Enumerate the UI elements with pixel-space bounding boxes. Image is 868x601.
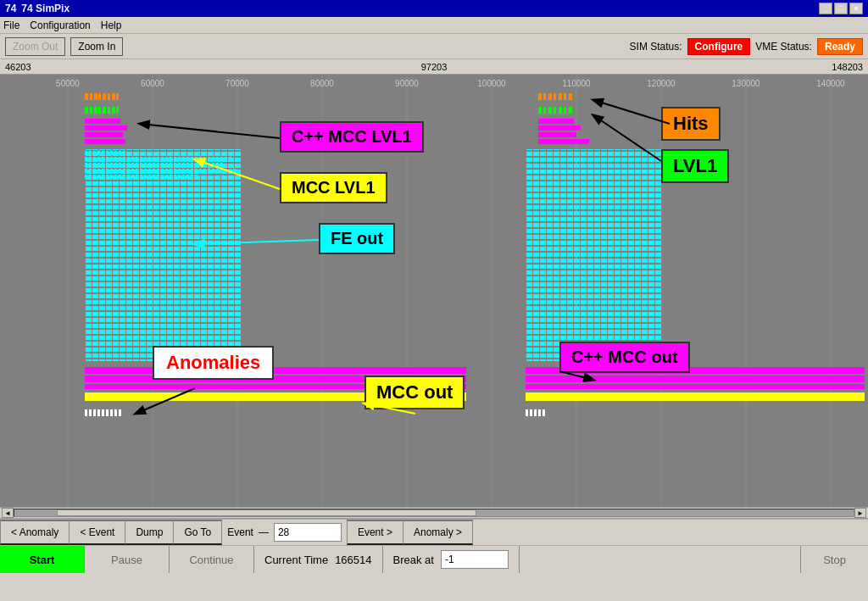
svg-rect-22 — [90, 93, 92, 100]
event-input[interactable] — [274, 523, 342, 542]
svg-rect-187 — [85, 367, 466, 374]
time-ruler-header: 46203 97203 148203 — [0, 59, 868, 75]
anomalies-label: Anomalies — [153, 346, 274, 380]
pause-button[interactable]: Pause — [85, 546, 170, 573]
scrollbar-track[interactable] — [14, 509, 854, 517]
menubar: File Configuration Help — [0, 17, 868, 34]
svg-rect-26 — [108, 93, 110, 100]
svg-rect-196 — [89, 409, 92, 416]
svg-rect-215 — [569, 93, 572, 100]
current-time-label: Current Time — [264, 554, 328, 566]
svg-rect-37 — [85, 119, 120, 124]
maximize-button[interactable]: □ — [834, 3, 848, 14]
menu-configuration[interactable]: Configuration — [30, 19, 90, 31]
configure-status-box[interactable]: Configure — [687, 38, 751, 55]
svg-text:140000: 140000 — [816, 79, 845, 88]
svg-rect-225 — [538, 132, 576, 137]
close-button[interactable]: × — [849, 3, 863, 14]
main-canvas: 50000 60000 70000 80000 90000 100000 110… — [0, 75, 868, 507]
vme-status-label: VME Status: — [755, 41, 812, 53]
zoom-out-button[interactable]: Zoom Out — [5, 37, 65, 56]
ruler-center: 97203 — [421, 62, 448, 72]
svg-rect-205 — [530, 409, 532, 416]
anomaly-prev-button[interactable]: < Anomaly — [0, 520, 70, 545]
svg-rect-28 — [116, 93, 119, 100]
app-title: 74 SimPix — [21, 3, 70, 14]
svg-rect-226 — [538, 139, 589, 144]
svg-rect-40 — [85, 139, 125, 144]
svg-rect-33 — [103, 107, 106, 114]
hits-label: Hits — [661, 107, 721, 141]
svg-text:80000: 80000 — [310, 79, 334, 88]
svg-text:90000: 90000 — [395, 79, 419, 88]
svg-text:60000: 60000 — [141, 79, 164, 88]
toolbar: Zoom Out Zoom In SIM Status: Configure V… — [0, 34, 868, 59]
menu-help[interactable]: Help — [101, 19, 122, 31]
break-at-input[interactable] — [441, 550, 509, 569]
current-time-value: 166514 — [335, 554, 371, 566]
svg-rect-203 — [119, 409, 121, 416]
ready-status-box: Ready — [817, 38, 863, 55]
svg-rect-213 — [559, 93, 562, 100]
svg-rect-29 — [85, 107, 88, 114]
anomalies-area — [85, 409, 121, 416]
start-button[interactable]: Start — [0, 546, 85, 573]
svg-rect-218 — [548, 107, 552, 114]
svg-rect-23 — [94, 93, 97, 100]
cpp-mcc-out-label: C++ MCC out — [559, 342, 690, 373]
svg-rect-204 — [526, 409, 528, 416]
svg-rect-219 — [554, 107, 556, 114]
break-at-section: Break at — [383, 546, 520, 573]
scroll-left-button[interactable]: ◄ — [2, 508, 14, 518]
current-time-section: Current Time 166514 — [254, 546, 383, 573]
svg-rect-38 — [85, 125, 127, 131]
lvl1-label: LVL1 — [661, 149, 729, 183]
svg-rect-200 — [106, 409, 108, 416]
event-next-button[interactable]: Event > — [347, 520, 403, 545]
svg-rect-186 — [526, 149, 661, 361]
svg-rect-31 — [94, 107, 97, 114]
svg-rect-24 — [98, 93, 101, 100]
svg-text:50000: 50000 — [56, 79, 80, 88]
svg-rect-35 — [112, 107, 115, 114]
ruler-left: 46203 — [5, 62, 31, 72]
svg-rect-214 — [564, 93, 566, 100]
svg-rect-222 — [569, 107, 572, 114]
svg-rect-208 — [542, 409, 545, 416]
fe-out-label: FE out — [319, 223, 395, 254]
svg-rect-195 — [85, 409, 87, 416]
svg-rect-199 — [102, 409, 104, 416]
canvas-svg: 50000 60000 70000 80000 90000 100000 110… — [0, 75, 868, 507]
svg-rect-202 — [114, 409, 117, 416]
event-separator: — — [259, 526, 269, 538]
scrollbar-thumb[interactable] — [57, 509, 476, 516]
svg-rect-210 — [543, 93, 546, 100]
cpp-mcc-lvl1-label: C++ MCC LVL1 — [280, 121, 424, 153]
ruler-right: 148203 — [832, 62, 863, 72]
scroll-right-button[interactable]: ► — [854, 508, 866, 518]
svg-rect-30 — [90, 107, 92, 114]
svg-text:100000: 100000 — [477, 79, 506, 88]
svg-rect-201 — [110, 409, 113, 416]
continue-button[interactable]: Continue — [170, 546, 254, 573]
anomaly-next-button[interactable]: Anomaly > — [403, 520, 473, 545]
dump-button[interactable]: Dump — [125, 520, 174, 545]
svg-rect-25 — [103, 93, 106, 100]
event-prev-button[interactable]: < Event — [70, 520, 125, 545]
zoom-in-button[interactable]: Zoom In — [70, 37, 123, 56]
menu-file[interactable]: File — [3, 19, 19, 31]
stop-button[interactable]: Stop — [800, 546, 868, 573]
go-to-button[interactable]: Go To — [174, 520, 222, 545]
svg-rect-36 — [116, 107, 119, 114]
svg-rect-223 — [538, 119, 574, 124]
app-icon: 74 — [5, 3, 16, 14]
minimize-button[interactable]: _ — [819, 3, 832, 14]
svg-rect-194 — [526, 392, 865, 401]
svg-rect-212 — [554, 93, 556, 100]
event-label: Event — [227, 526, 253, 538]
svg-rect-206 — [534, 409, 537, 416]
status-section: SIM Status: Configure VME Status: Ready — [630, 38, 863, 55]
svg-rect-21 — [85, 93, 88, 100]
event-section: Event — — [222, 523, 347, 542]
break-at-label: Break at — [393, 554, 434, 566]
